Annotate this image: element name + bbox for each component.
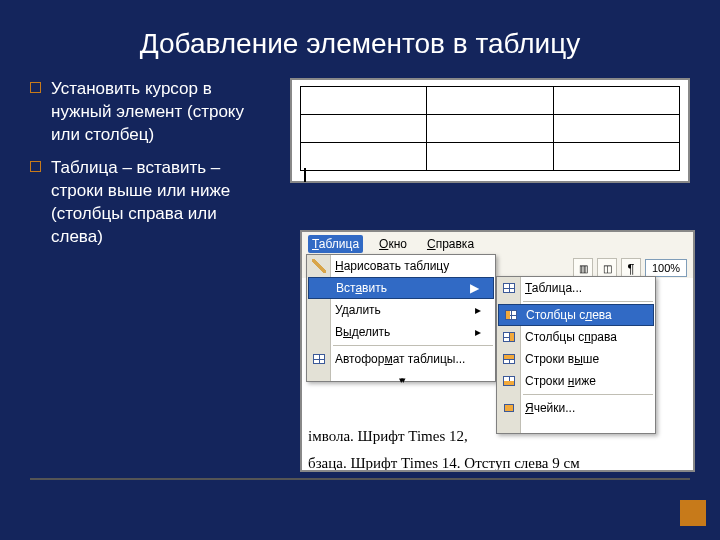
bullet-icon: [30, 82, 41, 93]
menu-item-insert[interactable]: Вставить ▶: [308, 277, 494, 299]
cells-icon: [501, 400, 517, 416]
bullet-list: Установить курсор в нужный элемент (стро…: [30, 78, 272, 259]
table-icon: [501, 280, 517, 296]
toolbar-button[interactable]: ▥: [573, 258, 593, 278]
submenu-arrow-icon: ▸: [475, 325, 481, 339]
columns-left-icon: [503, 307, 519, 323]
menubar: Таблица Окно Справка: [302, 232, 693, 256]
menu-window[interactable]: Окно: [375, 235, 411, 253]
rows-below-icon: [501, 373, 517, 389]
menu-table[interactable]: Таблица: [308, 235, 363, 253]
slide-title: Добавление элементов в таблицу: [0, 0, 720, 78]
menu-separator: [523, 394, 653, 395]
submenu-item-cells[interactable]: Ячейки...: [497, 397, 655, 419]
menu-item-select[interactable]: Выделить ▸: [307, 321, 495, 343]
doc-text-line: бзаца. Шрифт Times 14. Отступ слева 9 см: [308, 455, 693, 470]
doc-icon: ◫: [603, 263, 612, 274]
menu-item-delete[interactable]: Удалить ▸: [307, 299, 495, 321]
table-menu: Нарисовать таблицу Вставить ▶ Удалить ▸ …: [306, 254, 496, 382]
submenu-item-table[interactable]: Таблица...: [497, 277, 655, 299]
submenu-item-rows-below[interactable]: Строки ниже: [497, 370, 655, 392]
sample-table-image: [290, 78, 690, 183]
submenu-arrow-icon: ▸: [475, 303, 481, 317]
submenu-arrow-icon: ▶: [470, 281, 479, 295]
menu-help[interactable]: Справка: [423, 235, 478, 253]
submenu-item-columns-left[interactable]: Столбцы слева: [498, 304, 654, 326]
insert-submenu: Таблица... Столбцы слева Столбцы справа …: [496, 276, 656, 434]
menu-separator: [523, 301, 653, 302]
columns-right-icon: [501, 329, 517, 345]
columns-icon: ▥: [579, 263, 588, 274]
rows-above-icon: [501, 351, 517, 367]
corner-accent-icon: [680, 500, 706, 526]
list-item: Таблица – вставить – строки выше или ниж…: [30, 157, 272, 249]
zoom-field[interactable]: 100%: [645, 259, 687, 277]
pilcrow-icon: ¶: [628, 261, 635, 276]
word-screenshot: Таблица Окно Справка ▥ ◫ ¶ 100% імвола. …: [300, 230, 695, 472]
submenu-item-rows-above[interactable]: Строки выше: [497, 348, 655, 370]
list-item: Установить курсор в нужный элемент (стро…: [30, 78, 272, 147]
toolbar-button[interactable]: ◫: [597, 258, 617, 278]
menu-item-autoformat[interactable]: Автоформат таблицы...: [307, 348, 495, 370]
menu-separator: [333, 345, 493, 346]
autoformat-icon: [311, 351, 327, 367]
menu-item-draw-table[interactable]: Нарисовать таблицу: [307, 255, 495, 277]
text-cursor-icon: [304, 168, 306, 182]
pilcrow-button[interactable]: ¶: [621, 258, 641, 278]
bullet-text: Установить курсор в нужный элемент (стро…: [51, 78, 272, 147]
chevron-down-icon: ▾▾: [399, 375, 403, 385]
bullet-text: Таблица – вставить – строки выше или ниж…: [51, 157, 272, 249]
menu-expand[interactable]: ▾▾: [307, 370, 495, 388]
slide-divider: [30, 478, 690, 480]
bullet-icon: [30, 161, 41, 172]
submenu-item-columns-right[interactable]: Столбцы справа: [497, 326, 655, 348]
pencil-icon: [311, 258, 327, 274]
